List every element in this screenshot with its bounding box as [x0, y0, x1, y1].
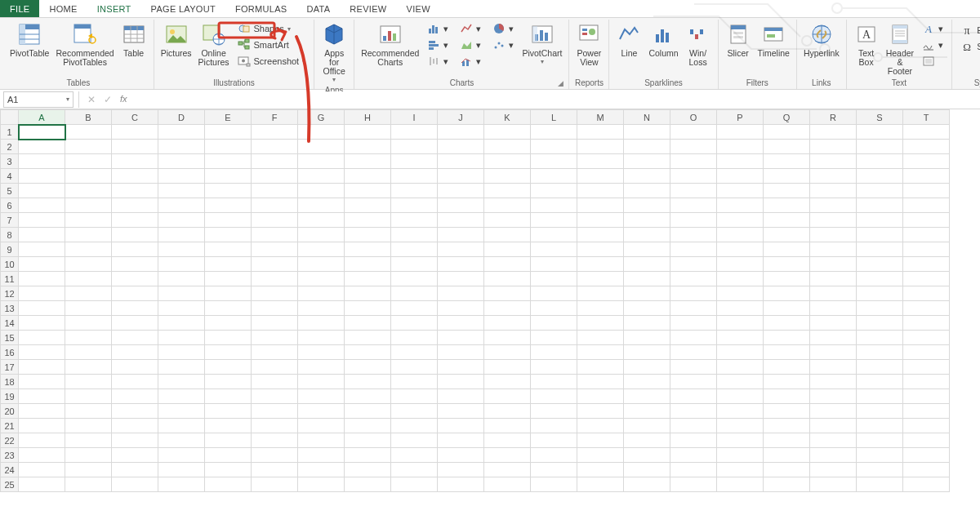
cell-B10[interactable] [65, 257, 112, 272]
cell-S7[interactable] [857, 213, 903, 228]
cell-F18[interactable] [252, 375, 298, 389]
cell-S22[interactable] [857, 433, 903, 448]
cell-K7[interactable] [484, 213, 531, 228]
cell-N8[interactable] [624, 228, 670, 242]
cell-K12[interactable] [484, 286, 531, 301]
cell-G12[interactable] [298, 286, 345, 301]
cell-Q24[interactable] [764, 463, 810, 477]
cell-H24[interactable] [345, 463, 391, 477]
cell-Q25[interactable] [764, 477, 810, 492]
cell-N24[interactable] [624, 463, 670, 477]
cell-N9[interactable] [624, 242, 670, 257]
cell-F20[interactable] [252, 404, 298, 419]
cell-P16[interactable] [717, 345, 764, 360]
cell-S5[interactable] [857, 184, 903, 198]
cell-J5[interactable] [438, 184, 484, 198]
cell-M9[interactable] [577, 242, 624, 257]
cell-B21[interactable] [65, 419, 112, 433]
cell-S24[interactable] [857, 463, 903, 477]
cell-I14[interactable] [391, 316, 438, 331]
chart-stock-button[interactable]: ▾ [424, 54, 452, 69]
cell-O16[interactable] [670, 345, 717, 360]
cell-C19[interactable] [112, 389, 158, 404]
cell-A19[interactable] [19, 389, 65, 404]
cell-S4[interactable] [857, 169, 903, 184]
cell-H5[interactable] [345, 184, 391, 198]
cell-H25[interactable] [345, 477, 391, 492]
cell-L5[interactable] [531, 184, 577, 198]
cell-D6[interactable] [158, 198, 205, 213]
cell-K6[interactable] [484, 198, 531, 213]
cell-N19[interactable] [624, 389, 670, 404]
cell-D3[interactable] [158, 154, 205, 169]
cell-S8[interactable] [857, 228, 903, 242]
cell-E17[interactable] [205, 360, 252, 375]
wordart-button[interactable]: A▾ [919, 21, 947, 36]
cell-O15[interactable] [670, 331, 717, 345]
cell-J1[interactable] [438, 125, 484, 140]
cell-I5[interactable] [391, 184, 438, 198]
cell-F11[interactable] [252, 272, 298, 286]
cell-B1[interactable] [65, 125, 112, 140]
cell-K25[interactable] [484, 477, 531, 492]
cell-B19[interactable] [65, 389, 112, 404]
chart-line-button[interactable]: ▾ [457, 21, 484, 36]
cell-E23[interactable] [205, 448, 252, 463]
cell-N14[interactable] [624, 316, 670, 331]
formula-enter-button[interactable]: ✓ [104, 94, 112, 105]
cell-I25[interactable] [391, 477, 438, 492]
smartart-button[interactable]: SmartArt [234, 38, 310, 52]
tab-view[interactable]: VIEW [397, 0, 440, 17]
cell-B23[interactable] [65, 448, 112, 463]
tab-data[interactable]: DATA [296, 0, 340, 17]
cell-I21[interactable] [391, 419, 438, 433]
cell-R3[interactable] [810, 154, 857, 169]
cell-G15[interactable] [298, 331, 345, 345]
row-head-3[interactable]: 3 [1, 154, 19, 169]
cell-L25[interactable] [531, 477, 577, 492]
cell-G9[interactable] [298, 242, 345, 257]
cell-D8[interactable] [158, 228, 205, 242]
cell-G2[interactable] [298, 140, 345, 154]
cell-G20[interactable] [298, 404, 345, 419]
cell-C5[interactable] [112, 184, 158, 198]
cell-A17[interactable] [19, 360, 65, 375]
cell-F8[interactable] [252, 228, 298, 242]
cell-N11[interactable] [624, 272, 670, 286]
cell-G11[interactable] [298, 272, 345, 286]
cell-O17[interactable] [670, 360, 717, 375]
row-head-15[interactable]: 15 [1, 331, 19, 345]
cell-R22[interactable] [810, 433, 857, 448]
cell-K5[interactable] [484, 184, 531, 198]
cell-M6[interactable] [577, 198, 624, 213]
cell-D4[interactable] [158, 169, 205, 184]
cell-L13[interactable] [531, 301, 577, 316]
cell-B4[interactable] [65, 169, 112, 184]
cell-M4[interactable] [577, 169, 624, 184]
cell-N1[interactable] [624, 125, 670, 140]
formula-cancel-button[interactable]: ✕ [87, 94, 96, 105]
cell-E16[interactable] [205, 345, 252, 360]
cell-S6[interactable] [857, 198, 903, 213]
cell-R11[interactable] [810, 272, 857, 286]
cell-M24[interactable] [577, 463, 624, 477]
cell-K23[interactable] [484, 448, 531, 463]
cell-T8[interactable] [903, 228, 950, 242]
row-head-23[interactable]: 23 [1, 448, 19, 463]
row-head-19[interactable]: 19 [1, 389, 19, 404]
cell-E4[interactable] [205, 169, 252, 184]
cell-P7[interactable] [717, 213, 764, 228]
cell-A7[interactable] [19, 213, 65, 228]
col-head-N[interactable]: N [624, 110, 670, 125]
cell-H16[interactable] [345, 345, 391, 360]
table-button[interactable]: Table [118, 20, 150, 60]
cell-D10[interactable] [158, 257, 205, 272]
cell-S11[interactable] [857, 272, 903, 286]
cell-K3[interactable] [484, 154, 531, 169]
cell-P22[interactable] [717, 433, 764, 448]
cell-M1[interactable] [577, 125, 624, 140]
cell-F22[interactable] [252, 433, 298, 448]
cell-B25[interactable] [65, 477, 112, 492]
cell-L22[interactable] [531, 433, 577, 448]
cell-O12[interactable] [670, 286, 717, 301]
